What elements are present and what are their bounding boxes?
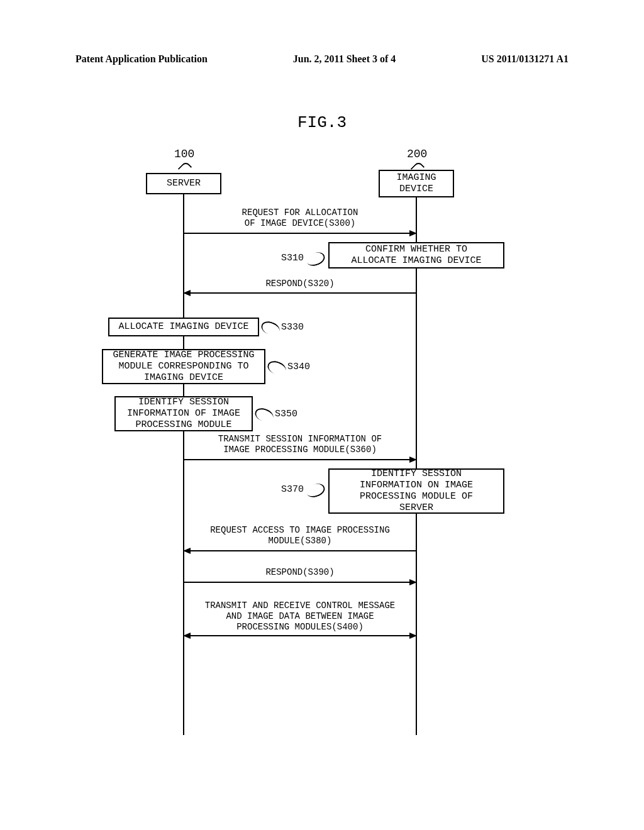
- arrow-s300: [183, 230, 417, 237]
- arrow-s360: [183, 456, 417, 463]
- header-center: Jun. 2, 2011 Sheet 3 of 4: [293, 53, 396, 65]
- label-s340: S340: [287, 362, 310, 372]
- msg-s390: RESPOND(S390): [253, 567, 347, 578]
- msg-s300: REQUEST FOR ALLOCATION OF IMAGE DEVICE(S…: [215, 208, 385, 229]
- msg-s380: REQUEST ACCESS TO IMAGE PROCESSING MODUL…: [193, 525, 407, 546]
- label-s310: S310: [281, 253, 304, 263]
- ref-server: 100: [174, 148, 194, 160]
- box-s350: IDENTIFY SESSION INFORMATION OF IMAGE PR…: [114, 396, 253, 431]
- connector-s350: [253, 406, 275, 424]
- connector-s330: [259, 319, 281, 337]
- header-left: Patent Application Publication: [75, 53, 208, 65]
- svg-marker-9: [409, 579, 417, 585]
- msg-s400: TRANSMIT AND RECEIVE CONTROL MESSAGE AND…: [187, 600, 413, 632]
- header-right: US 2011/0131271 A1: [481, 53, 569, 65]
- box-s310: CONFIRM WHETHER TO ALLOCATE IMAGING DEVI…: [328, 242, 504, 268]
- arrow-s400: [183, 632, 417, 639]
- sequence-diagram: FIG.3 100 200 SERVER IMAGING DEVICE REQU…: [96, 113, 548, 742]
- label-s330: S330: [281, 322, 304, 333]
- msg-s360: TRANSMIT SESSION INFORMATION OF IMAGE PR…: [199, 434, 401, 455]
- label-s370: S370: [281, 484, 304, 495]
- svg-marker-12: [183, 633, 191, 639]
- svg-marker-5: [409, 456, 417, 463]
- ref-device: 200: [407, 148, 427, 160]
- connector-s310: [304, 250, 326, 268]
- svg-marker-1: [409, 230, 417, 236]
- figure-title: FIG.3: [96, 113, 548, 132]
- arrow-s390: [183, 578, 417, 586]
- svg-marker-7: [183, 548, 191, 554]
- device-lifeline: [416, 197, 417, 735]
- device-box: IMAGING DEVICE: [379, 170, 454, 197]
- arrow-s380: [183, 547, 417, 555]
- box-s330: ALLOCATE IMAGING DEVICE: [108, 318, 259, 336]
- msg-s320: RESPOND(S320): [253, 279, 347, 289]
- box-s370: IDENTIFY SESSION INFORMATION ON IMAGE PR…: [328, 468, 504, 514]
- server-box: SERVER: [146, 173, 221, 194]
- connector-s370: [304, 481, 326, 499]
- svg-marker-3: [183, 290, 191, 296]
- svg-marker-11: [409, 633, 417, 639]
- label-s350: S350: [275, 409, 297, 419]
- arrow-s320: [183, 289, 417, 297]
- server-lifeline: [183, 194, 184, 735]
- connector-s340: [265, 358, 287, 377]
- box-s340: GENERATE IMAGE PROCESSING MODULE CORRESP…: [102, 349, 265, 384]
